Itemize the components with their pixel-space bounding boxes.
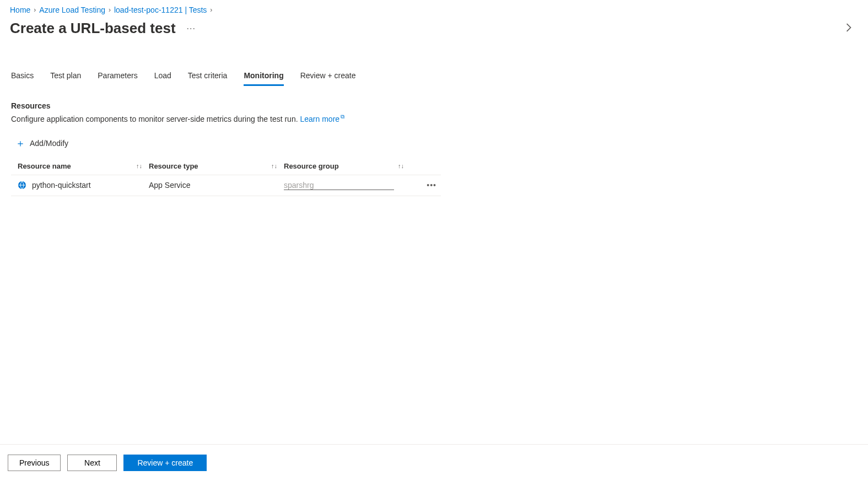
chevron-right-icon[interactable]: [846, 23, 858, 34]
breadcrumb: Home › Azure Load Testing › load-test-po…: [0, 0, 868, 17]
table-row: python-quickstart App Service sparshrg •…: [11, 175, 441, 196]
add-modify-button[interactable]: ＋ Add/Modify: [0, 123, 868, 159]
table-header: Resource name ↑↓ Resource type ↑↓ Resour…: [11, 159, 441, 175]
column-header-group[interactable]: Resource group ↑↓: [284, 162, 411, 170]
breadcrumb-link-tests[interactable]: load-test-poc-11221 | Tests: [114, 6, 207, 14]
resources-table: Resource name ↑↓ Resource type ↑↓ Resour…: [0, 159, 452, 196]
chevron-right-icon: ›: [210, 6, 212, 14]
tab-basics[interactable]: Basics: [11, 68, 34, 86]
breadcrumb-link-home[interactable]: Home: [10, 6, 30, 14]
section-heading: Resources: [11, 101, 857, 110]
next-button[interactable]: Next: [67, 455, 117, 471]
section-description: Configure application components to moni…: [11, 114, 857, 123]
tab-monitoring[interactable]: Monitoring: [244, 68, 283, 86]
chevron-right-icon: ›: [34, 6, 36, 14]
footer: Previous Next Review + create: [0, 444, 868, 481]
plus-icon: ＋: [15, 137, 25, 150]
tab-review-create[interactable]: Review + create: [300, 68, 356, 86]
tab-test-criteria[interactable]: Test criteria: [188, 68, 228, 86]
resources-section: Resources Configure application componen…: [0, 86, 868, 123]
cell-resource-group[interactable]: sparshrg: [284, 181, 394, 190]
title-bar: Create a URL-based test ···: [0, 17, 868, 37]
chevron-right-icon: ›: [109, 6, 111, 14]
breadcrumb-link-load-testing[interactable]: Azure Load Testing: [39, 6, 105, 14]
sort-icon[interactable]: ↑↓: [136, 163, 142, 169]
row-more-actions[interactable]: •••: [411, 181, 441, 190]
learn-more-link[interactable]: Learn more: [300, 115, 339, 123]
column-header-type[interactable]: Resource type ↑↓: [149, 162, 284, 170]
tab-parameters[interactable]: Parameters: [98, 68, 137, 86]
external-link-icon: ⧉: [341, 114, 344, 120]
app-service-icon: [18, 181, 26, 190]
cell-resource-type: App Service: [149, 181, 284, 190]
cell-resource-name: python-quickstart: [11, 181, 149, 190]
sort-icon[interactable]: ↑↓: [271, 163, 277, 169]
column-header-name[interactable]: Resource name ↑↓: [11, 162, 149, 170]
page-title: Create a URL-based test: [10, 20, 176, 37]
tabs: Basics Test plan Parameters Load Test cr…: [0, 37, 868, 86]
more-actions-icon[interactable]: ···: [187, 24, 196, 34]
tab-test-plan[interactable]: Test plan: [50, 68, 81, 86]
add-modify-label: Add/Modify: [30, 139, 68, 148]
review-create-button[interactable]: Review + create: [123, 455, 207, 471]
tab-load[interactable]: Load: [154, 68, 171, 86]
previous-button[interactable]: Previous: [8, 455, 61, 471]
sort-icon[interactable]: ↑↓: [398, 163, 404, 169]
